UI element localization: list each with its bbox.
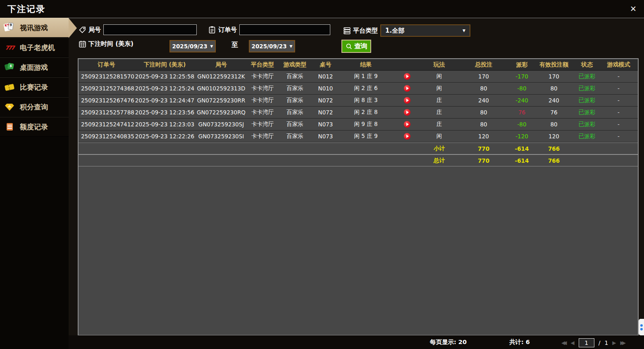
search-icon	[345, 43, 353, 50]
total-bet-cell: 80	[457, 109, 510, 116]
sidebar-item-table-games[interactable]: $ 桌面游戏	[0, 57, 69, 77]
side-widget-button[interactable]	[639, 319, 644, 335]
table-number-cell: N073	[312, 133, 339, 140]
sidebar: K♥9 视讯游戏 777 电子老虎机 $ 桌面游戏 比赛记录 积分查询	[0, 18, 69, 349]
chevron-down-icon: ▼	[463, 28, 465, 33]
game-mode-cell: -	[599, 121, 638, 128]
valid-bet-cell: 120	[533, 133, 575, 140]
first-page-button[interactable]: ◀◀	[561, 339, 565, 347]
platform-cell: 卡卡湾厅	[247, 133, 278, 140]
valid-bet-cell: 76	[533, 109, 575, 116]
title-bar: 下注记录 ✕	[0, 0, 644, 18]
prev-page-button[interactable]: ◀	[570, 339, 574, 347]
table-number-cell: N072	[312, 97, 339, 104]
slot-777-icon: 777	[4, 42, 15, 53]
bet-time-cell: 2025-09-23 12:23:03	[134, 121, 195, 128]
table-row: 2509231252674762025-09-23 12:24:47GN0722…	[79, 95, 638, 107]
payout-cell: -80	[510, 121, 533, 128]
game-type-cell: 百家乐	[278, 133, 312, 140]
date-to-label: 至	[231, 41, 238, 50]
table-header-row: 订单号下注时间 (美东)局号平台类型游戏类型桌号结果玩法总投注派彩有效投注额状态…	[79, 59, 638, 71]
close-icon[interactable]: ✕	[630, 5, 637, 13]
next-page-button[interactable]: ▶	[612, 339, 616, 347]
platform-select[interactable]: 1.全部 ▼	[380, 24, 470, 37]
result-text: 闲 5 庄 9	[339, 133, 393, 140]
result-cell: 闲 1 庄 9	[339, 73, 422, 80]
column-header: 派彩	[510, 61, 533, 69]
play-video-icon[interactable]	[404, 73, 410, 80]
column-header: 玩法	[422, 61, 457, 69]
bet-type-cell: 庄	[422, 121, 457, 128]
last-page-button[interactable]: ▶▶	[620, 339, 624, 347]
valid-bet-cell: 80	[533, 121, 575, 128]
game-type-cell: 百家乐	[278, 109, 312, 116]
table-games-icon: $	[4, 62, 15, 73]
total-bet-cell: 170	[457, 73, 510, 80]
bet-type-cell: 闲	[422, 73, 457, 80]
page-input[interactable]: 1	[579, 338, 594, 347]
subtotal-payout: -614	[510, 145, 533, 152]
date-to-picker[interactable]: 2025/09/23 ▼	[249, 40, 295, 52]
column-header: 游戏类型	[278, 61, 312, 69]
bet-time-cell: 2025-09-23 12:23:56	[134, 109, 195, 116]
game-type-cell: 百家乐	[278, 97, 312, 104]
search-button[interactable]: 查询	[341, 40, 371, 53]
round-number-cell: GN073259230SJ	[195, 121, 247, 128]
round-number-cell: GN0122592312K	[195, 73, 247, 80]
game-type-cell: 百家乐	[278, 121, 312, 128]
bet-records-table: 订单号下注时间 (美东)局号平台类型游戏类型桌号结果玩法总投注派彩有效投注额状态…	[78, 58, 639, 336]
round-filter: 局号	[79, 24, 197, 35]
chevron-down-icon: ▼	[210, 44, 213, 48]
round-number-cell: GN072259230RR	[195, 97, 247, 104]
sidebar-item-slots[interactable]: 777 电子老虎机	[0, 38, 69, 57]
play-video-icon[interactable]	[404, 85, 410, 92]
column-header: 游戏模式	[599, 61, 638, 69]
result-cell: 闲 9 庄 8	[339, 121, 422, 128]
bet-type-cell: 闲	[422, 133, 457, 140]
platform-filter: 平台类型 1.全部 ▼	[343, 24, 470, 37]
betting-records-window: 下注记录 ✕ K♥9 视讯游戏 777 电子老虎机 $ 桌面游戏	[0, 0, 644, 349]
date-to-value: 2025/09/23	[252, 43, 287, 50]
gem-icon	[4, 102, 15, 112]
sidebar-item-quota-records[interactable]: 额度记录	[0, 117, 69, 137]
game-mode-cell: -	[599, 109, 638, 116]
sidebar-item-video-games[interactable]: K♥9 视讯游戏	[0, 18, 69, 38]
page-separator: /	[599, 340, 601, 346]
content-area: 局号 订单号 平台类型 1.全部	[69, 18, 644, 349]
total-row: 总计770-614766	[79, 154, 638, 166]
valid-bet-cell: 240	[533, 97, 575, 104]
chevron-down-icon: ▼	[290, 44, 293, 48]
bet-type-cell: 庄	[422, 109, 457, 116]
playing-cards-icon: K♥9	[4, 22, 15, 33]
game-type-cell: 百家乐	[278, 73, 312, 80]
filter-panel: 局号 订单号 平台类型 1.全部	[69, 18, 644, 58]
page-title: 下注记录	[7, 3, 45, 15]
date-from-picker[interactable]: 2025/09/23 ▼	[169, 40, 216, 52]
status-cell: 已派彩	[575, 133, 599, 140]
game-mode-cell: -	[599, 133, 638, 140]
bet-time-cell: 2025-09-23 12:24:47	[134, 97, 195, 104]
column-header: 订单号	[79, 61, 134, 69]
table-row: 2509231252408352025-09-23 12:22:26GN0732…	[79, 131, 638, 142]
column-header: 状态	[575, 61, 599, 69]
order-input[interactable]	[239, 24, 330, 35]
platform-cell: 卡卡湾厅	[247, 85, 278, 92]
order-number-cell: 250923125247412	[79, 121, 134, 128]
column-header: 总投注	[457, 61, 510, 69]
bet-type-cell: 庄	[422, 97, 457, 104]
round-input[interactable]	[103, 24, 197, 35]
sidebar-item-points-query[interactable]: 积分查询	[0, 97, 69, 117]
game-mode-cell: -	[599, 85, 638, 92]
subtotal-total-bet: 770	[457, 145, 510, 152]
result-text: 闲 9 庄 8	[339, 121, 393, 128]
play-video-icon[interactable]	[404, 97, 410, 104]
order-number-cell: 250923125274368	[79, 85, 134, 92]
subtotal-label: 小计	[422, 145, 457, 152]
play-video-icon[interactable]	[404, 109, 410, 116]
play-video-icon[interactable]	[404, 133, 410, 140]
sidebar-item-label: 电子老虎机	[20, 43, 55, 52]
sidebar-item-match-records[interactable]: 比赛记录	[0, 77, 69, 97]
table-number-cell: N010	[312, 85, 339, 92]
play-video-icon[interactable]	[404, 121, 410, 128]
total-label: 总计	[422, 157, 457, 164]
